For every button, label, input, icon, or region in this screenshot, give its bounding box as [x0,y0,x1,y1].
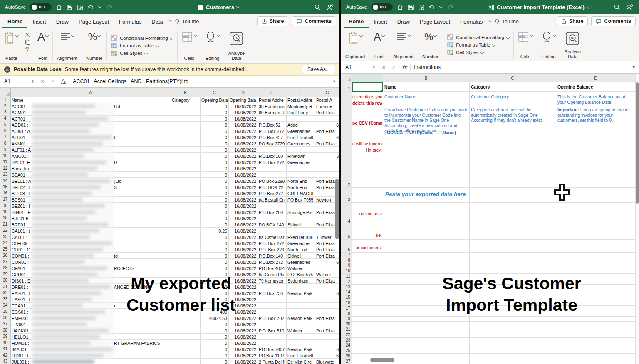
cell-balance-date[interactable]: 16/08/2022 [230,159,256,165]
cell-opening-balance[interactable]: 0 [201,140,227,147]
cut-icon[interactable] [25,32,30,37]
cell-name-suffix[interactable]: )Ltd [114,178,169,184]
row-number[interactable]: 16 [341,300,350,305]
cell-styles-button[interactable]: Cell Styles [111,50,173,56]
table-row[interactable]: 21 [341,327,639,332]
cell-postal-1[interactable]: P.O.Box 272 [259,190,285,197]
tab-insert[interactable]: Insert [369,15,392,27]
row-number[interactable]: 41 [0,347,10,351]
cell-postal-2[interactable]: Newton Park [287,315,314,321]
cell-postal-1[interactable] [259,116,285,122]
row-number[interactable]: 40 [0,340,10,345]
cell-postal-2[interactable] [287,172,314,178]
row-number[interactable]: 12 [341,279,350,284]
cell-postal-1[interactable]: P.O. Box 277 [259,128,285,134]
row-number[interactable]: 37 [0,322,10,326]
cancel-entry-icon[interactable]: ✕ [37,79,48,85]
row-number[interactable]: 22 [341,332,350,337]
cell-opening-balance[interactable]: 0 [201,352,227,359]
row-number[interactable]: 34 [0,303,10,307]
cell-postal-1[interactable] [259,215,285,221]
table-row[interactable]: 6 [341,240,639,253]
cancel-entry-icon[interactable]: ✕ [378,64,389,71]
cell-balance-date[interactable]: 16/08/2022 [230,221,256,228]
row-number[interactable]: 25 [341,348,350,353]
row-number[interactable]: 6 [0,128,10,133]
cell-opening-balance[interactable]: 0 [201,153,227,159]
cell-postal-1[interactable]: PO Box 2298 [259,178,285,184]
row-number[interactable]: 6 [341,247,350,252]
cell-postal-2[interactable]: Port Elizabetl [287,352,314,359]
cell-balance-date[interactable]: 16/08/2022 [230,184,256,190]
cell-balance-date[interactable]: 16/08/2022 [230,246,256,253]
cell-opening-balance[interactable]: 0 [201,178,227,184]
cell-postal-2[interactable]: Deal Party [287,109,314,116]
table-row[interactable]: 23 [341,338,639,343]
formula-bar-expand-icon[interactable]: ▼ [632,65,639,69]
cell-postal-3[interactable] [316,159,339,165]
cell-postal-1[interactable]: P.O. Box 272 [259,159,285,165]
save-as-icon[interactable] [77,4,83,10]
cell-balance-date[interactable]: 16/08/2022 [230,178,256,184]
tell-me[interactable]: Tell me [175,18,199,25]
undo-chevron-icon[interactable] [439,5,443,9]
row-number[interactable]: 19 [0,209,10,214]
document-title[interactable]: Customer Import Template (Excel) [497,4,585,10]
row-number[interactable]: 3 [341,197,350,202]
table-row[interactable]: 2 [341,92,639,188]
number-group[interactable]: % Number [418,28,443,61]
row-number[interactable]: 17 [0,197,10,202]
cell-postal-3[interactable] [316,116,339,122]
cell-postal-2[interactable] [287,321,314,327]
column-header-e[interactable]: E [258,88,286,97]
select-all-corner[interactable] [0,88,11,97]
tab-page-layout[interactable]: Page Layout [415,15,455,27]
cell-postal-1[interactable] [259,334,285,340]
cell-postal-2[interactable]: North End [287,246,314,253]
document-title[interactable]: Customers [206,4,234,10]
more-tabs-icon[interactable]: » [169,18,172,24]
cell-balance-date[interactable]: 16/08/2022 [230,259,256,265]
cell-postal-2[interactable]: Sydenham [287,278,314,284]
cell-opening-balance[interactable]: 0 [201,259,227,265]
cell-postal-2[interactable] [287,284,314,290]
cell-postal-3[interactable] [316,321,339,327]
cell-postal-1[interactable]: P.O. Box 510 [259,327,285,334]
share-button[interactable]: Share [557,16,588,26]
cell-postal-2[interactable] [287,116,314,122]
editing-group[interactable]: Editing [537,28,560,61]
cell-postal-1[interactable]: PO BOX 140 [259,221,285,228]
cell-opening-balance[interactable]: 0 [201,359,227,364]
cell-postal-2[interactable]: Newton Park [287,290,314,296]
format-as-table-button[interactable]: Format as Table [111,43,173,49]
row-number[interactable]: 26 [0,253,10,258]
cell-opening-balance[interactable]: 0 [201,209,227,215]
cell-balance-date[interactable]: 16/08/2022 [230,315,256,321]
cell-opening-balance[interactable]: 0 [201,109,227,116]
row-number[interactable]: 31 [0,284,10,289]
cell-balance-date[interactable]: 16/08/2022 [230,253,256,259]
cell-balance-date[interactable]: 16/08/2022 [230,215,256,221]
table-row[interactable]: 20 [341,322,639,327]
home-icon[interactable] [397,4,404,10]
cell-postal-2[interactable] [287,203,314,209]
save-as-button[interactable]: Save As... [302,65,335,74]
tab-data[interactable]: Data [146,15,168,27]
cell-postal-2[interactable]: Execujet Buil [287,234,314,240]
cell-postal-1[interactable] [259,165,285,172]
cell-postal-2[interactable] [287,309,314,315]
cell-balance-date[interactable]: 16/08/2022 [230,359,256,364]
row-number[interactable]: 26 [341,354,350,358]
cell-postal-3[interactable]: 6 [316,134,339,140]
cell-opening-balance[interactable]: 0 [201,246,227,253]
cell-opening-balance[interactable]: 0 [201,184,227,190]
row-number[interactable]: 28 [0,266,10,270]
home-icon[interactable] [56,4,62,10]
cell-postal-1[interactable]: P.O. Box 702 [259,315,285,321]
save-icon[interactable] [408,4,414,10]
row-number[interactable]: 24 [0,241,10,245]
cell[interactable]: Opening Bala [201,97,228,103]
cell-postal-3[interactable] [316,309,339,315]
cell-postal-1[interactable]: P.O.Box 140 [259,253,285,259]
table-row[interactable]: 43JUL001 :016/08/20222 Punta Del NDe Mis… [0,359,339,364]
